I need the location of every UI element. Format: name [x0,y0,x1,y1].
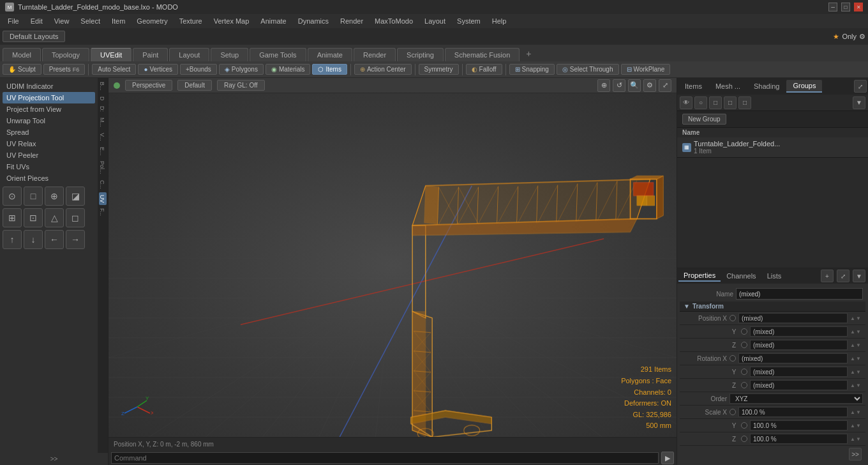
scale-x-up[interactable]: ▲ [850,409,855,415]
select-through-button[interactable]: ◎ Select Through [557,64,619,75]
tab-mesh[interactable]: Mesh ... [709,80,747,92]
side-tab-8[interactable]: UV [99,192,107,206]
tab-schematic-fusion[interactable]: Schematic Fusion [445,48,520,61]
tab-paint[interactable]: Paint [133,48,168,61]
workplane-button[interactable]: ⊟ WorkPlane [621,64,671,75]
pos-z-up[interactable]: ▲ [850,342,855,348]
tool-unwrap-tool[interactable]: Unwrap Tool [3,115,95,126]
tool-uv-peeler[interactable]: UV Peeler [3,149,95,161]
view-ctrl-3[interactable]: 🔍 [628,79,641,92]
scale-x-field[interactable]: 100.0 % [738,407,848,417]
tab-uvedit[interactable]: UVEdit [91,48,131,61]
scale-y-up[interactable]: ▲ [850,423,855,429]
tool-icon-r3-0[interactable]: ↑ [3,230,22,249]
settings-icon[interactable]: ▼ [853,96,865,109]
tool-icon-r3-1[interactable]: ↓ [24,230,43,249]
menu-render[interactable]: Render [335,16,368,26]
order-select[interactable]: XYZ XZY YXZ YZX ZXY ZYX [730,393,863,404]
menu-maxtomodo[interactable]: MaxToModo [370,16,418,26]
menu-item[interactable]: Item [107,16,130,26]
sculpt-button[interactable]: ✋ Sculpt [3,64,41,75]
perspective-button[interactable]: Perspective [125,80,172,91]
menu-file[interactable]: File [3,16,24,26]
tool-icon-r2-2[interactable]: △ [45,208,64,227]
pos-x-field[interactable]: (mixed) [738,313,848,323]
transform-section[interactable]: ▼ Transform [680,301,865,312]
tab-groups[interactable]: Groups [786,80,822,93]
tab-scripting[interactable]: Scripting [397,48,444,61]
command-input[interactable] [111,452,659,464]
side-tab-4[interactable]: V... [99,130,107,144]
tab-game-tools[interactable]: Game Tools [250,48,306,61]
rot-x-down[interactable]: ▼ [856,356,861,362]
default-button[interactable]: Default [177,80,212,91]
side-tab-5[interactable]: E... [99,144,107,158]
tab-setup[interactable]: Setup [211,48,248,61]
props-expand-button[interactable]: ⤢ [837,270,849,282]
tool-icon-r2-3[interactable]: ◻ [66,208,85,227]
rot-z-up[interactable]: ▲ [850,383,855,388]
gear-icon[interactable]: ⚙ [859,33,865,41]
props-options-button[interactable]: ▼ [853,270,865,282]
menu-texture[interactable]: Texture [174,16,207,26]
scale-z-down[interactable]: ▼ [856,436,861,442]
maximize-button[interactable]: □ [841,3,850,11]
tab-add-button[interactable]: + [521,46,536,61]
vertices-button[interactable]: ● Vertices [138,64,178,75]
rot-y-field[interactable]: (mixed) [750,367,848,377]
rot-y-radio[interactable] [741,369,747,375]
pos-z-radio[interactable] [741,342,747,348]
tool-icon-0[interactable]: ⊙ [3,187,22,206]
tool-icon-1[interactable]: □ [24,187,43,206]
side-tab-2[interactable]: D: [99,103,107,114]
rot-z-radio[interactable] [741,382,747,388]
tool-icon-3[interactable]: ◪ [66,187,85,206]
name-value[interactable]: (mixed) [736,288,863,300]
side-tab-9[interactable]: F... [99,206,107,218]
side-tab-6[interactable]: Pol... [99,158,107,177]
tool-spread[interactable]: Spread [3,126,95,138]
props-add-button[interactable]: + [821,270,834,282]
falloff-button[interactable]: ◐ Falloff [466,64,502,75]
menu-view[interactable]: View [49,16,75,26]
pos-y-field[interactable]: (mixed) [750,326,848,337]
rot-z-down[interactable]: ▼ [856,383,861,388]
scale-y-down[interactable]: ▼ [856,423,861,429]
pos-y-radio[interactable] [741,328,747,335]
tool-icon-r3-2[interactable]: ← [45,230,64,249]
side-tab-7[interactable]: C... [99,178,107,192]
tool-icon-r2-0[interactable]: ⊞ [3,208,22,227]
bounds-button[interactable]: +Bounds [180,64,217,75]
view-ctrl-2[interactable]: ↺ [613,79,625,92]
circle-icon[interactable]: ○ [694,96,707,109]
auto-select-button[interactable]: Auto Select [92,64,136,75]
layout-dropdown[interactable]: Default Layouts [3,31,65,42]
command-run-button[interactable]: ▶ [661,452,674,464]
rot-x-radio[interactable] [730,355,736,362]
props-tab-channels[interactable]: Channels [721,271,761,281]
scale-y-field[interactable]: 100.0 % [750,420,848,431]
pos-z-field[interactable]: (mixed) [750,340,848,350]
action-center-button[interactable]: ⊕ Action Center [354,64,412,75]
snapping-button[interactable]: ⊞ Snapping [509,64,555,75]
scale-y-radio[interactable] [741,422,747,429]
pos-y-up[interactable]: ▲ [850,329,855,335]
view-ctrl-1[interactable]: ⊕ [597,79,610,92]
square2-icon[interactable]: □ [724,96,737,109]
tool-uv-relax[interactable]: UV Relax [3,138,95,149]
side-tab-3[interactable]: M... [99,115,107,130]
rot-y-up[interactable]: ▲ [850,369,855,375]
menu-edit[interactable]: Edit [26,16,48,26]
materials-button[interactable]: ◉ Materials [266,64,311,75]
minimize-button[interactable]: ─ [828,3,837,11]
menu-select[interactable]: Select [75,16,105,26]
items-button[interactable]: ⬡ Items [312,64,347,75]
expand-button[interactable]: >> [0,453,108,465]
panel-expand-button[interactable]: ⤢ [854,80,867,93]
pos-y-down[interactable]: ▼ [856,329,861,335]
menu-vertex-map[interactable]: Vertex Map [209,16,255,26]
tab-shading[interactable]: Shading [747,80,786,92]
menu-layout[interactable]: Layout [419,16,451,26]
tab-render[interactable]: Render [354,48,396,61]
tool-udim-indicator[interactable]: UDIM Indicator [3,80,95,92]
